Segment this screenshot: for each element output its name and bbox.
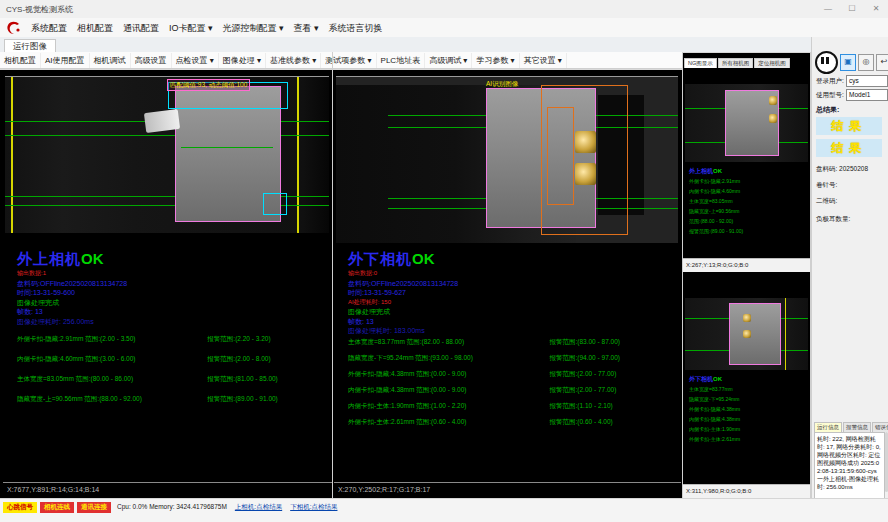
tab-error-info[interactable]: 错误信息 <box>872 422 888 432</box>
tab-run-image[interactable]: 运行图像 <box>4 39 56 53</box>
frame-count: 帧数: 13 <box>17 307 127 317</box>
alarm-range: 报警范围:(89.00 - 91.00) <box>207 395 277 404</box>
camera-panel-lower[interactable]: AI识别图像 外下相机OK 输出数据:0 盘料码:OFFline20250208… <box>334 70 681 498</box>
time-line: 时间:13-31-59-627 <box>348 288 458 298</box>
target-button[interactable]: ◎ <box>858 54 874 71</box>
alarm-range: 报警范围:(94.00 - 97.00) <box>550 354 620 363</box>
threshold-overlay-label: 匹配阈值:93, 动态阈值:100 <box>167 79 250 91</box>
tab-run-info[interactable]: 运行信息 <box>814 422 842 432</box>
thumb-line: 隐藏宽度-下=95.24mm <box>689 394 740 404</box>
tool-spotcheck-settings[interactable]: 点检设置 ▾ <box>172 53 219 68</box>
barcode-line: 盘料码:OFFline2025020813134728 <box>17 279 127 289</box>
gold-tab-highlight <box>743 314 751 322</box>
thumb-line: 内侧卡扣-主体:1.90mm <box>689 424 740 434</box>
maximize-icon[interactable]: ☐ <box>844 2 860 15</box>
tool-advanced-settings[interactable]: 高级设置 <box>131 53 172 68</box>
sidebar-barcode-line: 盘料码: 20250208 <box>816 165 868 174</box>
thumbnail-image-upper[interactable] <box>685 84 808 162</box>
minimize-icon[interactable]: — <box>820 2 836 15</box>
measurement-value: 内侧卡扣-隐藏:4.38mm 范围:(0.00 - 9.00) <box>348 386 550 395</box>
menu-light-config[interactable]: 光源控制配置 ▾ <box>218 19 289 37</box>
gold-tab-highlight <box>575 163 596 185</box>
measurement-row: 外侧卡扣-主体:2.61mm 范围:(0.60 - 4.00) 报警范围:(0.… <box>348 418 673 427</box>
pause-button[interactable] <box>815 51 838 74</box>
measurement-row: 内侧卡扣-隐藏:4.60mm 范围:(3.00 - 6.00) 报警范围:(2.… <box>17 355 324 364</box>
upper-camera-check-link[interactable]: 上相机:点检结果 <box>235 502 282 512</box>
measurement-value: 外侧卡扣-隐藏:2.91mm 范围:(2.00 - 3.50) <box>17 335 207 344</box>
menu-view[interactable]: 查看 ▾ <box>289 19 324 37</box>
thumbnail-upper[interactable]: 外上相机OK 外侧卡扣-隐藏:2.91mm 内侧卡扣-隐藏:4.60mm 主体宽… <box>683 70 810 272</box>
right-sidebar: ▣ ◎ ↩ 登录用户: cys 使用型号: Model1 总结果: 结果 结果 … <box>811 37 888 498</box>
orange-roi-box <box>547 107 574 205</box>
camera-panel-upper[interactable]: 匹配阈值:93, 动态阈值:100 外上相机OK 输出数据:1 盘料码:OFFl… <box>3 70 332 498</box>
thumbnail-lower[interactable]: 外下相机OK 主体宽度=83.77mm 隐藏宽度-下=95.24mm 外侧卡扣-… <box>683 272 810 498</box>
gold-tab-highlight <box>769 96 777 105</box>
thumbnail-tabs: NG图显示 所有相机图 定位相机图 <box>684 54 791 68</box>
menu-comm-config[interactable]: 通讯配置 <box>118 19 164 37</box>
part-connector <box>144 109 180 133</box>
menu-io-config[interactable]: IO卡配置 ▾ <box>164 19 218 37</box>
tab-locate-camera[interactable]: 定位相机图 <box>754 58 790 68</box>
log-panel: 运行信息 报警信息 错误信息 耗时: 222, 网络检测耗时: 17, 网络分类… <box>814 422 885 496</box>
measurement-list-lower: 主体宽度=83.77mm 范围:(82.00 - 88.00) 报警范围:(83… <box>348 338 673 434</box>
model-input[interactable]: Model1 <box>846 89 888 101</box>
menu-bar: 系统配置 相机配置 通讯配置 IO卡配置 ▾ 光源控制配置 ▾ 查看 ▾ 系统语… <box>0 18 888 38</box>
alarm-range: 报警范围:(1.10 - 2.10) <box>550 402 613 411</box>
lower-camera-check-link[interactable]: 下相机:点检结果 <box>290 502 337 512</box>
menu-language[interactable]: 系统语言切换 <box>324 19 388 37</box>
status-bar: 心跳信号 相机连线 通讯连接 Cpu: 0.0% Memory: 3424.41… <box>0 498 888 522</box>
measurement-row: 隐藏宽度-上=90.56mm 范围:(88.00 - 92.00) 报警范围:(… <box>17 395 324 404</box>
measurement-value: 隐藏宽度-上=90.56mm 范围:(88.00 - 92.00) <box>17 395 207 404</box>
thumb-line: 外侧卡扣-主体:2.61mm <box>689 434 740 444</box>
tool-camera-debug[interactable]: 相机调试 <box>90 53 131 68</box>
comm-connection-badge: 通讯连接 <box>77 502 111 513</box>
yellow-guide-line <box>11 77 13 233</box>
close-icon[interactable]: ✕ <box>868 2 884 15</box>
thumb-line: 内侧卡扣-隐藏:4.38mm <box>689 414 740 424</box>
tool-learning-params[interactable]: 学习参数 ▾ <box>472 53 519 68</box>
measurement-row: 内侧卡扣-主体:1.90mm 范围:(1.00 - 2.20) 报警范围:(1.… <box>348 402 673 411</box>
tab-all-cameras[interactable]: 所有相机图 <box>718 58 754 68</box>
pixel-coordinates-upper: X:7677,Y:891;R:14;G:14;B:14 <box>3 482 332 498</box>
alarm-range: 报警范围:(2.00 - 77.00) <box>550 370 617 379</box>
elapsed-time: 图像处理耗时: 183.00ms <box>348 326 458 336</box>
window-title: CYS-视觉检测系统 <box>6 4 73 15</box>
sidebar-buttons: ▣ ◎ ↩ <box>815 51 888 74</box>
alarm-range: 报警范围:(83.00 - 87.00) <box>550 338 620 347</box>
log-tabs: 运行信息 报警信息 错误信息 <box>814 422 885 432</box>
camera-capture-button[interactable]: ▣ <box>840 54 856 71</box>
gold-tab-highlight <box>743 330 751 338</box>
measurement-value: 内侧卡扣-主体:1.90mm 范围:(1.00 - 2.20) <box>348 402 550 411</box>
measurement-value: 外侧卡扣-主体:2.61mm 范围:(0.60 - 4.00) <box>348 418 550 427</box>
tab-alarm-info[interactable]: 报警信息 <box>843 422 871 432</box>
frame-count: 帧数: 13 <box>348 317 458 327</box>
log-text[interactable]: 耗时: 222, 网络检测耗时: 17, 网络分类耗时: 0, 网络视频分区耗时… <box>814 432 885 500</box>
alarm-range: 报警范围:(2.20 - 3.20) <box>207 335 270 344</box>
measurement-value: 隐藏宽度-下=95.24mm 范围:(93.00 - 98.00) <box>348 354 550 363</box>
camera-image-upper[interactable]: 匹配阈值:93, 动态阈值:100 <box>5 76 329 233</box>
model-label: 使用型号: <box>816 91 846 100</box>
measurement-row: 外侧卡扣-隐藏:2.91mm 范围:(2.00 - 3.50) 报警范围:(2.… <box>17 335 324 344</box>
tool-advanced-debug[interactable]: 高级调试 ▾ <box>425 53 472 68</box>
tab-strip: 运行图像 <box>0 37 811 53</box>
tool-plc-address[interactable]: PLC地址表 <box>377 53 426 68</box>
menu-system-config[interactable]: 系统配置 <box>26 19 72 37</box>
thumb-line: 主体宽度=83.05mm <box>689 196 743 206</box>
tool-camera-config[interactable]: 相机配置 <box>0 53 41 68</box>
exit-button[interactable]: ↩ <box>876 54 888 71</box>
ai-elapsed-line: AI处理耗时: 150 <box>348 298 458 308</box>
login-user-row: 登录用户: cys <box>816 75 888 87</box>
menu-camera-config[interactable]: 相机配置 <box>72 19 118 37</box>
result-box-upper: 结果 <box>816 117 882 135</box>
tool-image-processing[interactable]: 图像处理 ▾ <box>219 53 266 68</box>
tab-ng-image[interactable]: NG图显示 <box>684 58 717 68</box>
camera-image-lower[interactable]: AI识别图像 <box>336 76 678 243</box>
measurement-row: 内侧卡扣-隐藏:4.38mm 范围:(0.00 - 9.00) 报警范围:(2.… <box>348 386 673 395</box>
thumbnail-image-lower[interactable] <box>685 298 808 370</box>
login-user-input[interactable]: cys <box>846 75 888 87</box>
total-result-label: 总结果: <box>816 105 839 115</box>
tool-baseline-params[interactable]: 基准线参数 ▾ <box>266 53 321 68</box>
tool-test-params[interactable]: 测试项参数 ▾ <box>321 53 376 68</box>
tool-other-settings[interactable]: 其它设置 ▾ <box>520 53 567 68</box>
tool-ai-config[interactable]: AI使用配置 <box>41 53 90 68</box>
